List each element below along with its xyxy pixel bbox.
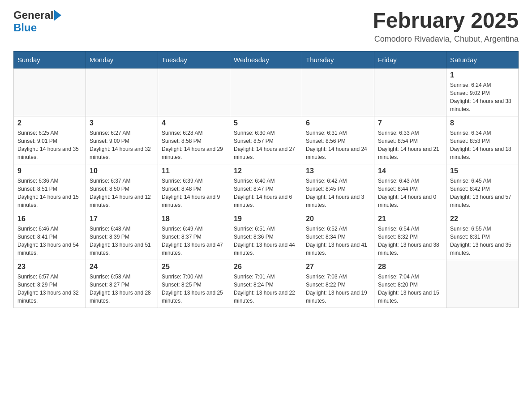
day-info: Sunrise: 6:42 AMSunset: 8:45 PMDaylight:…: [306, 177, 370, 209]
day-info: Sunrise: 6:25 AMSunset: 9:01 PMDaylight:…: [17, 129, 82, 161]
day-number: 11: [162, 167, 226, 175]
page-header: General Blue February 2025 Comodoro Riva…: [13, 9, 519, 44]
day-number: 13: [306, 167, 370, 175]
day-number: 2: [17, 119, 82, 127]
calendar-cell: 17Sunrise: 6:48 AMSunset: 8:39 PMDayligh…: [86, 212, 158, 260]
calendar-cell: 7Sunrise: 6:33 AMSunset: 8:54 PMDaylight…: [374, 116, 446, 164]
day-number: 4: [162, 119, 226, 127]
calendar-cell: 12Sunrise: 6:40 AMSunset: 8:47 PMDayligh…: [230, 164, 302, 212]
day-number: 25: [162, 263, 226, 271]
logo-blue-text: Blue: [13, 21, 37, 34]
calendar-cell: [86, 68, 158, 116]
day-info: Sunrise: 6:49 AMSunset: 8:37 PMDaylight:…: [162, 225, 226, 257]
calendar-cell: 24Sunrise: 6:58 AMSunset: 8:27 PMDayligh…: [86, 260, 158, 308]
location-text: Comodoro Rivadavia, Chubut, Argentina: [373, 34, 519, 44]
calendar-cell: 3Sunrise: 6:27 AMSunset: 9:00 PMDaylight…: [86, 116, 158, 164]
day-header-wednesday: Wednesday: [230, 51, 302, 68]
day-header-tuesday: Tuesday: [158, 51, 230, 68]
day-number: 19: [234, 215, 298, 223]
day-header-monday: Monday: [86, 51, 158, 68]
day-number: 6: [306, 119, 370, 127]
calendar-cell: 26Sunrise: 7:01 AMSunset: 8:24 PMDayligh…: [230, 260, 302, 308]
day-number: 8: [450, 119, 515, 127]
day-info: Sunrise: 6:33 AMSunset: 8:54 PMDaylight:…: [378, 129, 442, 161]
day-info: Sunrise: 7:04 AMSunset: 8:20 PMDaylight:…: [378, 273, 442, 305]
calendar-cell: 14Sunrise: 6:43 AMSunset: 8:44 PMDayligh…: [374, 164, 446, 212]
day-info: Sunrise: 6:40 AMSunset: 8:47 PMDaylight:…: [234, 177, 298, 209]
calendar-cell: 4Sunrise: 6:28 AMSunset: 8:58 PMDaylight…: [158, 116, 230, 164]
day-info: Sunrise: 6:43 AMSunset: 8:44 PMDaylight:…: [378, 177, 442, 209]
day-header-sunday: Sunday: [14, 51, 86, 68]
calendar-cell: [14, 68, 86, 116]
day-info: Sunrise: 6:27 AMSunset: 9:00 PMDaylight:…: [90, 129, 154, 161]
day-info: Sunrise: 6:39 AMSunset: 8:48 PMDaylight:…: [162, 177, 226, 209]
day-info: Sunrise: 6:48 AMSunset: 8:39 PMDaylight:…: [90, 225, 154, 257]
day-info: Sunrise: 6:37 AMSunset: 8:50 PMDaylight:…: [90, 177, 154, 209]
day-info: Sunrise: 6:57 AMSunset: 8:29 PMDaylight:…: [17, 273, 82, 305]
day-info: Sunrise: 6:45 AMSunset: 8:42 PMDaylight:…: [450, 177, 515, 209]
calendar-cell: [158, 68, 230, 116]
logo-general-text: General: [13, 9, 53, 21]
day-number: 16: [17, 215, 82, 223]
calendar-cell: 16Sunrise: 6:46 AMSunset: 8:41 PMDayligh…: [14, 212, 86, 260]
calendar-cell: 15Sunrise: 6:45 AMSunset: 8:42 PMDayligh…: [446, 164, 519, 212]
day-info: Sunrise: 6:28 AMSunset: 8:58 PMDaylight:…: [162, 129, 226, 161]
day-info: Sunrise: 6:31 AMSunset: 8:56 PMDaylight:…: [306, 129, 370, 161]
day-number: 1: [450, 71, 515, 79]
day-number: 12: [234, 167, 298, 175]
day-header-saturday: Saturday: [446, 51, 519, 68]
calendar-cell: [446, 260, 519, 308]
calendar-cell: 11Sunrise: 6:39 AMSunset: 8:48 PMDayligh…: [158, 164, 230, 212]
day-info: Sunrise: 6:54 AMSunset: 8:32 PMDaylight:…: [378, 225, 442, 257]
calendar-cell: 21Sunrise: 6:54 AMSunset: 8:32 PMDayligh…: [374, 212, 446, 260]
day-number: 15: [450, 167, 515, 175]
calendar-cell: 2Sunrise: 6:25 AMSunset: 9:01 PMDaylight…: [14, 116, 86, 164]
calendar-cell: 6Sunrise: 6:31 AMSunset: 8:56 PMDaylight…: [302, 116, 374, 164]
calendar-table: SundayMondayTuesdayWednesdayThursdayFrid…: [13, 51, 519, 308]
day-number: 28: [378, 263, 442, 271]
day-number: 5: [234, 119, 298, 127]
day-number: 10: [90, 167, 154, 175]
calendar-cell: [374, 68, 446, 116]
day-number: 17: [90, 215, 154, 223]
calendar-cell: 1Sunrise: 6:24 AMSunset: 9:02 PMDaylight…: [446, 68, 519, 116]
day-info: Sunrise: 6:58 AMSunset: 8:27 PMDaylight:…: [90, 273, 154, 305]
calendar-cell: 10Sunrise: 6:37 AMSunset: 8:50 PMDayligh…: [86, 164, 158, 212]
day-info: Sunrise: 6:36 AMSunset: 8:51 PMDaylight:…: [17, 177, 82, 209]
day-number: 21: [378, 215, 442, 223]
day-info: Sunrise: 7:03 AMSunset: 8:22 PMDaylight:…: [306, 273, 370, 305]
calendar-cell: 19Sunrise: 6:51 AMSunset: 8:36 PMDayligh…: [230, 212, 302, 260]
day-info: Sunrise: 7:00 AMSunset: 8:25 PMDaylight:…: [162, 273, 226, 305]
calendar-cell: 9Sunrise: 6:36 AMSunset: 8:51 PMDaylight…: [14, 164, 86, 212]
day-number: 22: [450, 215, 515, 223]
day-info: Sunrise: 6:52 AMSunset: 8:34 PMDaylight:…: [306, 225, 370, 257]
day-number: 3: [90, 119, 154, 127]
day-number: 7: [378, 119, 442, 127]
week-row-2: 2Sunrise: 6:25 AMSunset: 9:01 PMDaylight…: [14, 116, 519, 164]
week-row-4: 16Sunrise: 6:46 AMSunset: 8:41 PMDayligh…: [14, 212, 519, 260]
day-header-friday: Friday: [374, 51, 446, 68]
calendar-header-row: SundayMondayTuesdayWednesdayThursdayFrid…: [14, 51, 519, 68]
calendar-cell: 22Sunrise: 6:55 AMSunset: 8:31 PMDayligh…: [446, 212, 519, 260]
day-number: 20: [306, 215, 370, 223]
calendar-cell: [302, 68, 374, 116]
calendar-cell: 28Sunrise: 7:04 AMSunset: 8:20 PMDayligh…: [374, 260, 446, 308]
day-number: 26: [234, 263, 298, 271]
calendar-cell: 27Sunrise: 7:03 AMSunset: 8:22 PMDayligh…: [302, 260, 374, 308]
day-info: Sunrise: 7:01 AMSunset: 8:24 PMDaylight:…: [234, 273, 298, 305]
calendar-cell: 23Sunrise: 6:57 AMSunset: 8:29 PMDayligh…: [14, 260, 86, 308]
week-row-1: 1Sunrise: 6:24 AMSunset: 9:02 PMDaylight…: [14, 68, 519, 116]
calendar-cell: 5Sunrise: 6:30 AMSunset: 8:57 PMDaylight…: [230, 116, 302, 164]
day-info: Sunrise: 6:34 AMSunset: 8:53 PMDaylight:…: [450, 129, 515, 161]
day-number: 9: [17, 167, 82, 175]
day-info: Sunrise: 6:46 AMSunset: 8:41 PMDaylight:…: [17, 225, 82, 257]
logo: General Blue: [13, 9, 61, 34]
day-info: Sunrise: 6:30 AMSunset: 8:57 PMDaylight:…: [234, 129, 298, 161]
logo-arrow-icon: [54, 10, 61, 21]
calendar-cell: 8Sunrise: 6:34 AMSunset: 8:53 PMDaylight…: [446, 116, 519, 164]
calendar-cell: 20Sunrise: 6:52 AMSunset: 8:34 PMDayligh…: [302, 212, 374, 260]
day-number: 24: [90, 263, 154, 271]
day-info: Sunrise: 6:55 AMSunset: 8:31 PMDaylight:…: [450, 225, 515, 257]
calendar-cell: 18Sunrise: 6:49 AMSunset: 8:37 PMDayligh…: [158, 212, 230, 260]
day-number: 27: [306, 263, 370, 271]
